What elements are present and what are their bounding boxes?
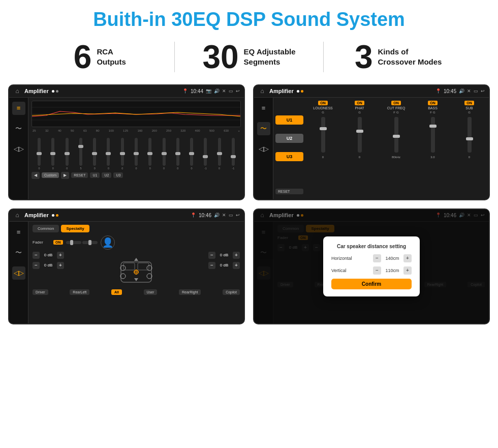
eq-track-5[interactable] (107, 138, 110, 166)
u2-btn[interactable]: U2 (275, 134, 303, 143)
vol-val-3: 0 dB (217, 253, 231, 257)
freq-50: 50 (71, 129, 74, 132)
eq-thumb-2[interactable] (65, 152, 70, 155)
eq-track-11[interactable] (190, 138, 193, 166)
eq-thumb-3[interactable] (78, 145, 83, 148)
label-copilot[interactable]: Copilot (223, 289, 240, 295)
eq-track-7[interactable] (135, 138, 138, 166)
sub-thumb[interactable] (466, 137, 473, 140)
eq-thumb-4[interactable] (92, 152, 97, 155)
loudness-track[interactable] (321, 117, 325, 153)
vol-minus-3[interactable]: − (208, 252, 215, 259)
fader-slide-2[interactable] (82, 241, 98, 244)
label-rearleft[interactable]: RearLeft (70, 289, 89, 295)
dialog-vertical-plus[interactable]: + (403, 266, 412, 275)
confirm-button[interactable]: Confirm (331, 279, 412, 289)
dialog-vertical-minus[interactable]: − (373, 266, 381, 275)
cross-signal-icon: ✕ (467, 88, 471, 94)
bass-track[interactable] (431, 117, 435, 153)
cutfreq-on[interactable]: ON (391, 101, 401, 105)
eq-track-3[interactable] (79, 138, 82, 166)
eq-val-11: 0 (191, 167, 193, 170)
eq-track-14[interactable] (232, 138, 235, 166)
fader-sidebar-eq-icon[interactable]: ≡ (12, 226, 25, 239)
eq-sidebar-wave-icon[interactable]: 〜 (12, 122, 25, 135)
eq-track-1[interactable] (51, 138, 54, 166)
eq-track-10[interactable] (176, 138, 179, 166)
eq-thumb-11[interactable] (189, 152, 194, 155)
eq-thumb-5[interactable] (106, 152, 111, 155)
vol-plus-4[interactable]: + (233, 262, 240, 269)
eq-sidebar-eq-icon[interactable]: ≡ (12, 102, 25, 115)
eq-track-6[interactable] (121, 138, 124, 166)
vol-plus-1[interactable]: + (57, 252, 64, 259)
eq-track-9[interactable] (163, 138, 166, 166)
fader-slide-1[interactable] (66, 241, 81, 244)
dialog-horizontal-plus[interactable]: + (403, 254, 412, 262)
cutfreq-track[interactable] (394, 117, 398, 153)
label-all[interactable]: All (111, 289, 122, 295)
vol-minus-4[interactable]: − (208, 262, 215, 269)
eq-sidebar-vol-icon[interactable]: ◁▷ (12, 142, 25, 156)
cross-sidebar-eq-icon[interactable]: ≡ (257, 102, 270, 115)
bass-thumb[interactable] (429, 125, 437, 128)
cross-home-icon: ⌂ (258, 87, 266, 95)
eq-custom-btn[interactable]: Custom (42, 172, 59, 178)
eq-reset-btn[interactable]: RESET (71, 172, 88, 178)
eq-thumb-12[interactable] (203, 155, 208, 158)
svg-marker-13 (134, 258, 138, 261)
u3-btn[interactable]: U3 (275, 152, 303, 161)
eq-thumb-13[interactable] (217, 152, 222, 155)
fader-tab-specialty[interactable]: Specialty (61, 225, 89, 232)
eq-thumb-6[interactable] (120, 152, 125, 155)
eq-thumb-14[interactable] (231, 155, 236, 158)
eq-prev-btn[interactable]: ◀ (32, 172, 40, 179)
vol-plus-2[interactable]: + (57, 262, 64, 269)
phat-track[interactable] (358, 117, 362, 153)
cross-sidebar-wave-icon[interactable]: 〜 (257, 122, 270, 135)
eq-track-13[interactable] (218, 138, 221, 166)
eq-track-0[interactable] (38, 138, 41, 166)
loudness-thumb[interactable] (320, 127, 327, 130)
fader-status-dots (52, 214, 188, 217)
eq-thumb-7[interactable] (134, 152, 139, 155)
cross-sidebar-vol-icon[interactable]: ◁▷ (257, 142, 270, 156)
eq-track-12[interactable] (204, 138, 207, 166)
sub-on[interactable]: ON (464, 101, 474, 105)
fader-tab-common[interactable]: Common (33, 225, 59, 232)
cross-reset-btn[interactable]: RESET (275, 189, 303, 194)
eq-u1-btn[interactable]: U1 (90, 172, 100, 178)
fader-thumb-1[interactable] (70, 240, 73, 245)
eq-thumb-10[interactable] (175, 152, 180, 155)
label-driver[interactable]: Driver (33, 289, 48, 295)
fader-on-badge[interactable]: ON (53, 240, 63, 245)
phat-thumb[interactable] (356, 130, 363, 133)
eq-thumb-8[interactable] (147, 152, 152, 155)
phat-on[interactable]: ON (355, 101, 364, 105)
loudness-on[interactable]: ON (318, 101, 328, 105)
eq-thumb-1[interactable] (50, 152, 55, 155)
fader-thumb-2[interactable] (88, 240, 91, 245)
fader-sidebar-wave-icon[interactable]: 〜 (12, 246, 25, 259)
eq-track-4[interactable] (93, 138, 96, 166)
eq-track-8[interactable] (148, 138, 151, 166)
bass-on[interactable]: ON (428, 101, 438, 105)
dialog-horizontal-minus[interactable]: − (373, 254, 381, 262)
cutfreq-thumb[interactable] (393, 135, 400, 138)
eq-thumb-9[interactable] (162, 152, 167, 155)
freq-125: 125 (123, 129, 128, 132)
eq-next-btn[interactable]: ▶ (61, 172, 69, 179)
dialog-overlay: Car speaker distance setting Horizontal … (254, 210, 489, 323)
u1-btn[interactable]: U1 (275, 115, 303, 125)
sub-track[interactable] (468, 117, 472, 153)
eq-thumb-0[interactable] (37, 152, 42, 155)
label-user[interactable]: User (144, 289, 158, 295)
vol-plus-3[interactable]: + (233, 252, 240, 259)
vol-minus-2[interactable]: − (33, 262, 40, 269)
eq-u2-btn[interactable]: U2 (102, 172, 111, 178)
eq-track-2[interactable] (66, 138, 69, 166)
label-rearright[interactable]: RearRight (179, 289, 201, 295)
fader-sidebar-vol-icon[interactable]: ◁▷ (12, 266, 25, 280)
eq-u3-btn[interactable]: U3 (113, 172, 123, 178)
vol-minus-1[interactable]: − (33, 252, 40, 259)
